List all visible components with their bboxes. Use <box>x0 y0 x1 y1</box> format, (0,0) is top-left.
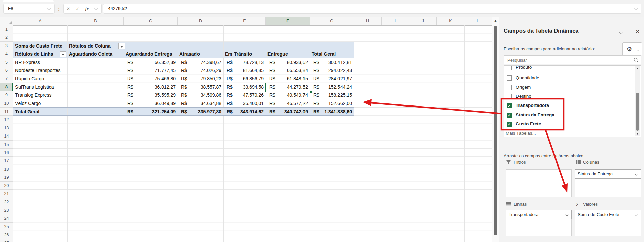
column-header-J[interactable]: J <box>409 17 437 25</box>
field-item-produto[interactable]: Produto <box>504 65 641 72</box>
row-header-27[interactable]: 27 <box>0 239 13 242</box>
more-tables-link[interactable]: Mais Tabelas... <box>506 131 536 136</box>
enter-icon[interactable]: ✓ <box>76 6 80 11</box>
row-header-11[interactable]: 11 <box>0 108 13 116</box>
field-item-origem[interactable]: Origem <box>504 83 641 92</box>
row-header-1[interactable]: 1 <box>0 25 13 33</box>
row-header-25[interactable]: 25 <box>0 223 13 231</box>
currency-symbol: R$ <box>227 74 233 83</box>
row-header-21[interactable]: 21 <box>0 190 13 198</box>
checked-checkbox-icon[interactable]: ✓ <box>507 113 512 118</box>
search-box[interactable] <box>504 55 641 64</box>
row-header-19[interactable]: 19 <box>0 173 13 181</box>
area-label-rows: Linhas <box>514 202 527 207</box>
cell-value: 66.856,79 <box>243 74 264 83</box>
row-header-5[interactable]: 5 <box>0 58 13 66</box>
column-labels-filter-button[interactable] <box>118 43 125 49</box>
row-header-9[interactable]: 9 <box>0 91 13 99</box>
unchecked-checkbox-icon[interactable] <box>507 94 512 99</box>
row-header-20[interactable]: 20 <box>0 182 13 190</box>
chevron-down-icon[interactable] <box>635 173 637 175</box>
pivot-value-cell: R$152.544,24 <box>310 83 354 91</box>
row-header-16[interactable]: 16 <box>0 149 13 157</box>
row-header-10[interactable]: 10 <box>0 99 13 108</box>
close-icon[interactable]: ✕ <box>635 28 640 35</box>
currency-symbol: R$ <box>313 108 319 116</box>
field-item-transportadora[interactable]: ✓Transportadora <box>504 101 641 111</box>
scroll-up-icon[interactable]: ▲ <box>492 19 499 22</box>
column-header-L[interactable]: L <box>464 17 492 25</box>
grid-vertical-scrollbar[interactable]: ▲ <box>492 17 499 242</box>
currency-symbol: R$ <box>127 74 133 83</box>
checked-checkbox-icon[interactable]: ✓ <box>507 122 512 127</box>
row-header-7[interactable]: 7 <box>0 74 13 83</box>
formula-bar: F8 ⋮ ✕ ✓ fx 44279,52 <box>0 0 644 17</box>
row-labels-filter-button[interactable] <box>60 51 66 57</box>
field-item-custo-frete[interactable]: ✓Custo Frete <box>504 120 641 129</box>
column-header-B[interactable]: B <box>67 17 124 25</box>
unchecked-checkbox-icon[interactable] <box>507 65 512 70</box>
row-header-15[interactable]: 15 <box>0 141 13 149</box>
checked-checkbox-icon[interactable]: ✓ <box>507 103 512 108</box>
values-field-pill[interactable]: Soma de Custo Frete <box>575 210 641 219</box>
row-header-24[interactable]: 24 <box>0 214 13 222</box>
pivot-column-header: Aguardando Entrega <box>126 50 172 58</box>
chevron-down-icon[interactable] <box>566 214 568 216</box>
column-header-F[interactable]: F <box>266 17 310 25</box>
unchecked-checkbox-icon[interactable] <box>507 85 512 90</box>
currency-symbol: R$ <box>181 91 187 99</box>
select-all-corner[interactable] <box>0 17 13 25</box>
row-header-8[interactable]: 8 <box>0 83 13 91</box>
row-header-3[interactable]: 3 <box>0 42 13 50</box>
row-header-22[interactable]: 22 <box>0 198 13 206</box>
fill-handle[interactable] <box>309 90 312 93</box>
name-box[interactable]: F8 <box>3 4 55 14</box>
field-item-quantidade[interactable]: Quantidade <box>504 73 641 83</box>
row-header-18[interactable]: 18 <box>0 165 13 173</box>
scrollbar-thumb[interactable] <box>494 26 497 235</box>
currency-symbol: R$ <box>127 58 133 66</box>
chevron-down-icon[interactable] <box>48 7 51 10</box>
gear-icon[interactable]: ⚙ <box>627 46 632 53</box>
cancel-icon[interactable]: ✕ <box>67 6 70 11</box>
field-item-destino[interactable]: Destino <box>504 92 641 101</box>
tools-button[interactable]: ⚙ <box>622 42 642 56</box>
column-header-K[interactable]: K <box>437 17 464 25</box>
formula-input[interactable]: 44279,52 <box>103 4 641 14</box>
formula-value: 44279,52 <box>108 4 127 13</box>
chevron-down-icon[interactable] <box>635 214 637 216</box>
chevron-down-icon[interactable] <box>620 30 624 34</box>
row-header-12[interactable]: 12 <box>0 116 13 124</box>
expand-formula-bar-icon[interactable] <box>635 7 638 10</box>
row-header-17[interactable]: 17 <box>0 157 13 165</box>
insert-function-icon[interactable]: fx <box>85 6 89 12</box>
column-header-I[interactable]: I <box>382 17 409 25</box>
column-header-C[interactable]: C <box>124 17 178 25</box>
row-header-4[interactable]: 4 <box>0 50 13 58</box>
selected-cell-F8[interactable] <box>265 83 311 92</box>
column-header-A[interactable]: A <box>13 17 67 25</box>
column-header-G[interactable]: G <box>310 17 354 25</box>
field-item-status-da-entrega[interactable]: ✓Status da Entrega <box>504 111 641 120</box>
row-header-14[interactable]: 14 <box>0 132 13 140</box>
row-header-6[interactable]: 6 <box>0 66 13 74</box>
rows-field-pill[interactable]: Transportadora <box>506 210 572 219</box>
unchecked-checkbox-icon[interactable] <box>507 75 512 81</box>
row-header-2[interactable]: 2 <box>0 33 13 41</box>
row-header-13[interactable]: 13 <box>0 124 13 132</box>
cell-value: 152.544,24 <box>328 83 352 91</box>
chevron-down-icon[interactable] <box>637 49 639 51</box>
scroll-down-icon[interactable]: ▼ <box>635 132 640 135</box>
cell-value: 35.595,29 <box>155 91 176 99</box>
column-header-D[interactable]: D <box>178 17 223 25</box>
column-header-H[interactable]: H <box>354 17 382 25</box>
column-header-E[interactable]: E <box>223 17 266 25</box>
columns-field-pill[interactable]: Status da Entrega <box>575 169 641 179</box>
chevron-down-icon[interactable] <box>95 7 98 11</box>
row-header-23[interactable]: 23 <box>0 206 13 214</box>
filters-area[interactable] <box>506 169 572 197</box>
pivot-value-cell: R$66.553,84 <box>266 66 310 74</box>
sheet-column-gridline <box>437 25 437 242</box>
search-input[interactable] <box>507 56 629 64</box>
row-header-26[interactable]: 26 <box>0 231 13 239</box>
